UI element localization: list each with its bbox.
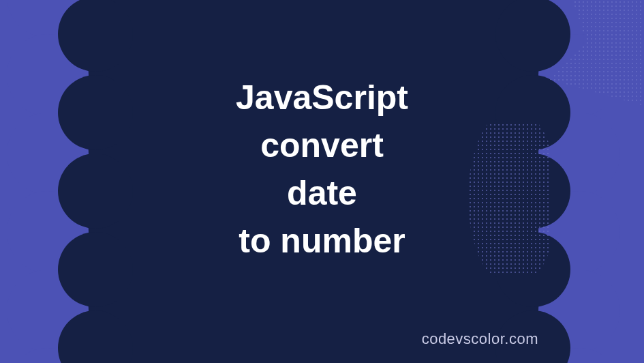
thumbnail-canvas: JavaScript convert date to number codevs…: [0, 0, 644, 363]
wave-edge: [495, 0, 570, 72]
headline-line: JavaScript: [0, 74, 644, 121]
headline: JavaScript convert date to number: [0, 74, 644, 265]
headline-line: to number: [0, 217, 644, 265]
wave-edge: [58, 0, 133, 72]
headline-line: convert: [0, 121, 644, 169]
site-credit: codevscolor.com: [422, 330, 538, 348]
headline-line: date: [0, 169, 644, 217]
